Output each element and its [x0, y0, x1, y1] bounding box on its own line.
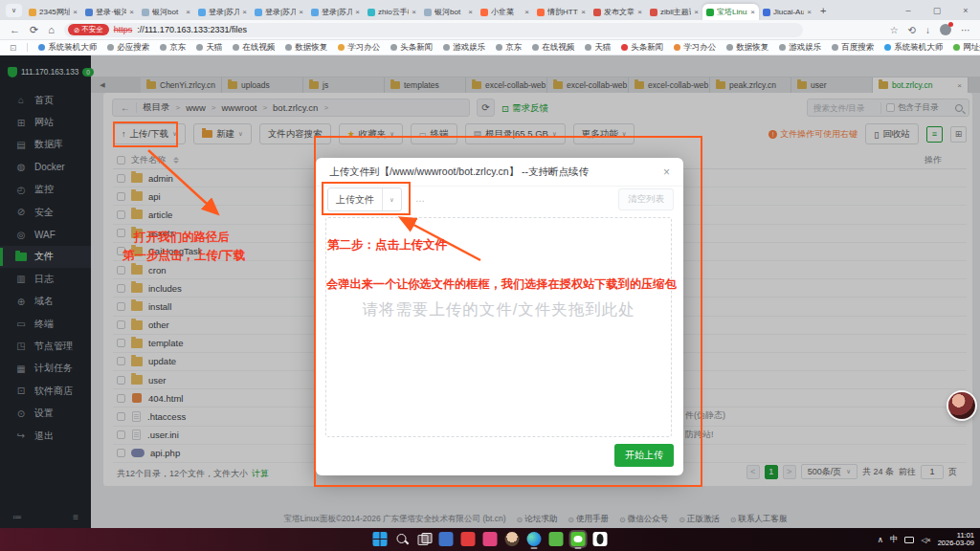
bookmark-item[interactable]: 游戏娱乐 [443, 42, 485, 54]
date: 2026-03-09 [938, 539, 974, 547]
new-tab-button[interactable]: + [820, 5, 826, 16]
bookmark-item[interactable]: 系统装机大师 [884, 42, 943, 54]
browser-tab[interactable]: 小韭菜× [477, 4, 533, 20]
browser-tab[interactable]: 登录·银河× [81, 4, 138, 20]
browser-tab-active[interactable]: 宝塔Linux面× [702, 4, 759, 20]
green-app-icon[interactable] [549, 532, 564, 546]
browser-tab[interactable]: 银河bot× [138, 4, 194, 20]
favicon [480, 9, 488, 16]
windows-start-icon[interactable] [373, 532, 388, 546]
bookmark-item[interactable]: 必应搜索 [107, 42, 149, 54]
bookmark-item[interactable]: 数据恢复 [726, 42, 768, 54]
tab-close-icon[interactable]: × [129, 8, 134, 16]
reload-icon[interactable]: ⟳ [30, 24, 38, 36]
browser-tab[interactable]: 2345网址导× [25, 4, 81, 20]
tab-close-icon[interactable]: × [694, 8, 699, 16]
browser-tab[interactable]: 银河bot× [420, 4, 477, 20]
bookmark-item[interactable]: 天猫 [196, 42, 222, 54]
tab-title: 登录·银河 [96, 7, 126, 17]
bookmark-item[interactable]: 网址搜索 [953, 42, 980, 54]
task-view-icon[interactable] [417, 532, 432, 546]
url-box[interactable]: ⊘不安全 https ://111.170.163.133:2331/files [64, 23, 803, 37]
edge-browser-icon[interactable] [527, 532, 542, 546]
search-icon[interactable] [395, 532, 410, 546]
tab-close-icon[interactable]: × [807, 8, 812, 16]
browser-menu-icon[interactable]: ⋯ [961, 25, 970, 35]
clear-list-button[interactable]: 清空列表 [618, 188, 674, 210]
bookmarks-bar: ⊡ 系统装机大师 必应搜索 京东 天猫 在线视频 数据恢复 学习办公 头条新闻 … [0, 40, 980, 55]
bookmark-star-icon[interactable]: ☆ [890, 25, 899, 35]
display-icon[interactable] [904, 537, 914, 543]
back-icon[interactable]: ← [10, 24, 20, 35]
tab-close-icon[interactable]: × [412, 8, 416, 16]
favicon [85, 9, 93, 16]
clock[interactable]: 11:012026-03-09 [938, 532, 974, 548]
history-icon[interactable]: ⟲ [908, 25, 916, 35]
ime-indicator[interactable]: 中 [890, 534, 899, 545]
browser-tab[interactable]: 情韵HTTP代× [533, 4, 590, 20]
qq-icon[interactable] [593, 532, 608, 546]
tab-close-icon[interactable]: × [750, 8, 755, 16]
bookmark-item[interactable]: 百度搜索 [832, 42, 874, 54]
bookmark-item[interactable]: 学习办公 [338, 42, 380, 54]
tab-title: 登录|苏几 [322, 7, 352, 17]
download-icon[interactable]: ↓ [925, 25, 930, 35]
bookmark-item[interactable]: 在线视频 [233, 42, 275, 54]
tab-close-icon[interactable]: × [468, 8, 473, 16]
upload-file-button[interactable]: 上传文件∨ [327, 187, 402, 211]
tab-search-button[interactable]: ∨ [6, 4, 22, 17]
bookmark-item[interactable]: 系统装机大师 [38, 42, 97, 54]
bookmark-item[interactable]: 在线视频 [532, 42, 574, 54]
close-window-button[interactable]: × [951, 6, 980, 15]
tab-close-icon[interactable]: × [299, 8, 303, 16]
dialog-title: 上传文件到【/www/wwwroot/bot.zrlcy.cn】 --支持断点续… [329, 165, 589, 179]
tab-close-icon[interactable]: × [73, 8, 78, 16]
start-upload-button[interactable]: 开始上传 [614, 444, 674, 467]
bookmark-item[interactable]: 京东 [496, 42, 522, 54]
tab-close-icon[interactable]: × [581, 8, 586, 16]
browser-tab[interactable]: zibll主题论× [646, 4, 702, 20]
media-app-pink-icon[interactable] [483, 532, 498, 546]
bookmark-item[interactable]: 头条新闻 [390, 42, 433, 54]
browser-tab[interactable]: 发布文章-编× [590, 4, 646, 20]
media-app-red-icon[interactable] [461, 532, 476, 546]
close-icon[interactable]: × [663, 165, 670, 179]
browser-tab[interactable]: 登录|苏几× [251, 4, 307, 20]
browser-tab[interactable]: zhio云手机× [364, 4, 420, 20]
bookmark-item[interactable]: 天猫 [585, 42, 611, 54]
floating-contact-avatar[interactable] [948, 392, 975, 419]
tab-close-icon[interactable]: × [524, 8, 529, 16]
home-icon[interactable]: ⌂ [48, 24, 55, 35]
not-secure-icon: ⊘ [74, 26, 79, 34]
url-text: ://111.170.163.133:2331/files [137, 25, 247, 34]
profile-avatar[interactable] [940, 24, 951, 35]
favicon [198, 9, 206, 16]
browser-tab[interactable]: Jiucai-Auth× [759, 4, 815, 20]
minimize-button[interactable]: – [894, 6, 923, 15]
browser-tab[interactable]: 登录|苏几× [194, 4, 251, 20]
bookmark-item[interactable]: 学习办公 [674, 42, 716, 54]
bookmark-icon [884, 44, 891, 51]
tab-title: Jiucai-Auth [773, 8, 804, 16]
wechat-icon[interactable] [571, 532, 586, 546]
tab-close-icon[interactable]: × [637, 8, 642, 16]
bookmark-item[interactable]: 京东 [160, 42, 186, 54]
bookmark-item[interactable]: 头条新闻 [621, 42, 663, 54]
browser-tab[interactable]: 登录|苏几× [307, 4, 364, 20]
bookmark-icon [233, 44, 239, 51]
contacts-app-icon[interactable] [505, 532, 520, 546]
tray-chevron-icon[interactable]: ∧ [878, 535, 883, 544]
dropzone[interactable]: 请将需要上传的文件/文件夹拖到此处 [325, 217, 672, 437]
tab-close-icon[interactable]: × [242, 8, 247, 16]
file-explorer-icon[interactable] [439, 532, 454, 546]
bookmark-item[interactable]: 游戏娱乐 [779, 42, 821, 54]
bookmark-icon [496, 44, 502, 51]
tab-close-icon[interactable]: × [355, 8, 360, 16]
apps-grid-icon[interactable]: ⊡ [10, 43, 16, 53]
bookmark-item[interactable]: 数据恢复 [285, 42, 327, 54]
security-badge[interactable]: ⊘不安全 [68, 24, 109, 35]
tab-title: 银河bot [434, 7, 465, 17]
maximize-button[interactable]: ▢ [923, 6, 951, 15]
tab-close-icon[interactable]: × [186, 8, 190, 16]
speaker-muted-icon[interactable]: ◁× [921, 536, 930, 544]
